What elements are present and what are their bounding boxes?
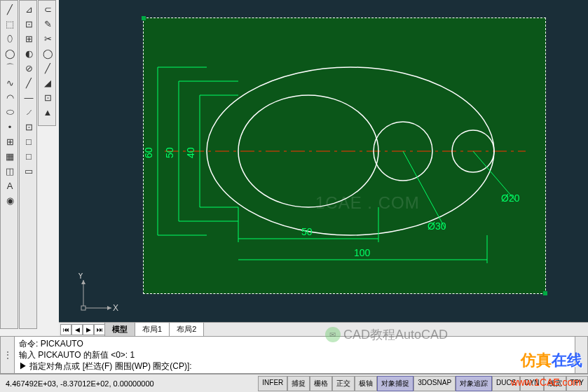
svg-text:50: 50 — [164, 147, 175, 158]
text-tool[interactable]: A — [2, 178, 18, 192]
svg-text:Ø30: Ø30 — [428, 220, 446, 232]
tool-f[interactable]: ◢ — [40, 76, 55, 90]
status-osnap[interactable]: 对象捕捉 — [377, 376, 413, 391]
draw-toolbar: ╱ ⬚ ⬯ ◯ ⌒ ∿ ◠ ⬭ • ⊞ ▦ ◫ A ◉ — [0, 0, 18, 329]
stretch-tool[interactable]: □ — [21, 134, 36, 148]
rotate-tool[interactable]: ◐ — [21, 46, 36, 60]
misc-toolbar: ⊂ ✎ ✂ ◯ ╱ ◢ ⊡ ▲ — [38, 0, 56, 126]
dim-h100: 100 — [238, 235, 487, 263]
table-tool[interactable]: ◫ — [2, 164, 18, 178]
status-grid[interactable]: 栅格 — [310, 376, 332, 391]
status-ducs[interactable]: DUCS — [492, 376, 520, 391]
copy-tool[interactable]: □ — [21, 149, 36, 163]
svg-marker-25 — [107, 306, 111, 310]
revcloud-tool[interactable]: ◠ — [2, 90, 18, 104]
status-3dosnap[interactable]: 3DOSNAP — [413, 376, 456, 391]
tab-layout2[interactable]: 布局2 — [169, 322, 204, 337]
status-infer[interactable]: INFER — [258, 376, 287, 391]
tab-prev-icon[interactable]: ◀ — [71, 324, 83, 335]
circle-tool[interactable]: ◯ — [2, 46, 18, 60]
command-scrollbar[interactable] — [575, 337, 587, 373]
tool-b[interactable]: ✎ — [40, 17, 55, 31]
command-text[interactable]: 命令: PICKAUTO 输入 PICKAUTO 的新值 <0>: 1 ▶ 指定… — [15, 337, 575, 373]
status-dyn[interactable]: DYN — [520, 376, 543, 391]
tab-last-icon[interactable]: ⏭ — [94, 324, 105, 335]
tool-h[interactable]: ▲ — [40, 105, 55, 119]
layout-tabs: ⏮ ◀ ▶ ⏭ 模型 布局1 布局2 — [59, 322, 588, 336]
dim-40: 40 — [185, 95, 238, 207]
ucs-icon: X Y — [76, 273, 118, 315]
rect-tool[interactable]: ⬚ — [2, 17, 18, 31]
tool-a[interactable]: ⊂ — [40, 2, 55, 16]
status-polar[interactable]: 极轴 — [355, 376, 377, 391]
status-otrack[interactable]: 对象追踪 — [456, 376, 492, 391]
scale-tool[interactable]: ⊡ — [21, 120, 36, 134]
svg-text:X: X — [113, 303, 118, 313]
tab-layout1[interactable]: 布局1 — [135, 322, 170, 337]
command-input[interactable]: 指定对角点或 [栏选(F) 圈围(WP) 圈交(CP)]: — [29, 361, 191, 371]
status-lwt[interactable]: 线宽 — [544, 376, 566, 391]
svg-text:50: 50 — [301, 226, 313, 237]
mirror-tool[interactable]: ⊿ — [21, 2, 36, 16]
tool-c[interactable]: ✂ — [40, 31, 55, 46]
svg-text:Ø20: Ø20 — [501, 192, 520, 204]
drawing-canvas[interactable]: 60 50 40 50 — [59, 0, 588, 322]
spline-tool[interactable]: ∿ — [2, 76, 18, 90]
svg-text:100: 100 — [354, 247, 371, 258]
offset-tool[interactable]: ⊡ — [21, 17, 36, 31]
ellipse-tool[interactable]: ⬭ — [2, 105, 18, 119]
modify-toolbar: ⊿ ⊡ ⊞ ◐ ⊘ ╱ — ⟋ ⊡ □ □ ▭ — [19, 0, 37, 329]
block-tool[interactable]: ⊞ — [2, 134, 18, 148]
command-history-1: 命令: PICKAUTO — [19, 338, 570, 349]
array-tool[interactable]: ⊞ — [21, 31, 36, 46]
arc-tool[interactable]: ⌒ — [2, 61, 18, 75]
command-resize-grip[interactable]: ⋮ — [1, 337, 15, 373]
command-prompt: ▶ 指定对角点或 [栏选(F) 圈围(WP) 圈交(CP)]: — [19, 360, 570, 372]
dim-h50: 50 — [238, 207, 378, 242]
tool-e[interactable]: ╱ — [40, 61, 55, 75]
command-window: ⋮ 命令: PICKAUTO 输入 PICKAUTO 的新值 <0>: 1 ▶ … — [0, 336, 588, 374]
status-ortho[interactable]: 正交 — [332, 376, 355, 391]
svg-text:40: 40 — [185, 147, 196, 158]
command-history-2: 输入 PICKAUTO 的新值 <0>: 1 — [19, 349, 570, 360]
line-tool[interactable]: ╱ — [2, 2, 18, 16]
trim-tool[interactable]: ⊘ — [21, 61, 36, 75]
move-tool[interactable]: ▭ — [21, 164, 36, 178]
coordinate-display: 4.467492E+03, -8.37012E+02, 0.00000000 — [0, 379, 210, 388]
dim-d20: Ø20 — [473, 151, 520, 204]
svg-text:Y: Y — [78, 273, 83, 281]
chamfer-tool[interactable]: ⟋ — [21, 105, 36, 119]
tab-first-icon[interactable]: ⏮ — [60, 324, 71, 335]
region-tool[interactable]: ◉ — [2, 193, 18, 207]
selection-window: 60 50 40 50 — [143, 18, 546, 294]
extend-tool[interactable]: ╱ — [21, 76, 36, 90]
svg-line-19 — [403, 151, 445, 228]
status-bar: 4.467492E+03, -8.37012E+02, 0.00000000 I… — [0, 374, 588, 392]
svg-text:60: 60 — [144, 147, 154, 158]
hatch-tool[interactable]: ▦ — [2, 149, 18, 163]
dim-d30: Ø30 — [403, 151, 446, 232]
point-tool[interactable]: • — [2, 120, 18, 134]
tool-d[interactable]: ◯ — [40, 46, 55, 60]
svg-rect-29 — [81, 306, 86, 310]
status-tpy[interactable]: TPY — [566, 376, 588, 391]
status-snap[interactable]: 捕捉 — [287, 376, 310, 391]
tab-next-icon[interactable]: ▶ — [83, 324, 94, 335]
tab-model[interactable]: 模型 — [104, 322, 135, 337]
polygon-tool[interactable]: ⬯ — [2, 31, 18, 46]
prompt-icon: ▶ — [19, 361, 27, 371]
break-tool[interactable]: — — [21, 90, 36, 104]
tool-g[interactable]: ⊡ — [40, 90, 55, 104]
